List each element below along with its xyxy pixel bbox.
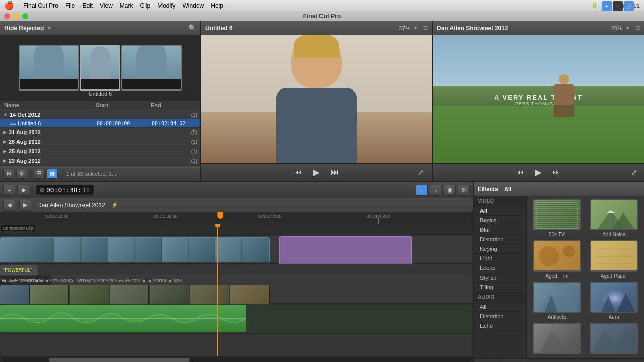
bottom-section: + ◆ 00:01:38:11 ⋮ ♪ ▣ ⚙ ◀ ▶ Dan Alle	[0, 182, 644, 362]
canvas-skip-end-button[interactable]: ⏭	[550, 166, 562, 178]
canvas-zoom[interactable]: 26%	[611, 25, 622, 31]
menu-modify[interactable]: Modify	[157, 2, 175, 9]
effect-more1[interactable]	[530, 323, 584, 355]
fx-more1-preview	[534, 324, 580, 353]
menu-final-cut-pro[interactable]: Final Cut Pro	[23, 2, 58, 9]
canvas-play-button[interactable]: ▶	[532, 166, 544, 178]
timeline-tracks[interactable]: Compound Clip	[0, 224, 473, 356]
audio-btn[interactable]: ♪	[430, 185, 442, 196]
timeline-scrollbar[interactable]	[0, 356, 473, 362]
timeline-add-btn[interactable]: +	[3, 185, 15, 196]
snapping-btn[interactable]: ⋮	[416, 185, 428, 196]
effects-basics[interactable]: Basics	[474, 216, 526, 225]
viewer-expand-button[interactable]: ⤢	[418, 168, 424, 176]
apple-menu[interactable]: 🍎	[4, 1, 14, 10]
canvas-zoom-dropdown-icon[interactable]: ▾	[626, 25, 629, 31]
search-icon[interactable]: 🔍	[188, 24, 196, 32]
effects-looks[interactable]: Looks	[474, 263, 526, 273]
canvas-fullscreen-icon[interactable]: ⊡	[635, 25, 640, 31]
hide-rejected-dropdown[interactable]: Hide Rejected	[4, 25, 44, 32]
col-start-header: Start	[96, 102, 151, 108]
full-clip-name-text: Husky%20%5BDirector%27s%20Cut%5D%20-%20%…	[2, 278, 186, 283]
viewer-canvas[interactable]	[201, 35, 432, 163]
skip-to-end-button[interactable]: ⏭	[329, 166, 341, 178]
filmstrip-view-btn[interactable]: ⊞	[3, 169, 14, 179]
svg-marker-8	[607, 210, 615, 213]
title-overlay[interactable]: "POWERFUL"	[0, 265, 38, 275]
scrollbar-track[interactable]	[2, 358, 471, 362]
effect-more2[interactable]	[587, 323, 641, 355]
effects-blur[interactable]: Blur	[474, 225, 526, 235]
effects-keying[interactable]: Keying	[474, 244, 526, 254]
effects-video-all[interactable]: All	[474, 206, 526, 216]
secondary-video-track[interactable]: Husky%20-%20%20...	[0, 276, 473, 304]
list-item-untitled6[interactable]: ▬ Untitled 6 00:00:00:00 00:02:04:02	[0, 119, 200, 127]
col-name-header: Name	[4, 102, 96, 108]
canvas-skip-start-button[interactable]: ⏮	[514, 166, 526, 178]
list-group-header-aug23[interactable]: ▶ 23 Aug 2012 (1)	[0, 156, 200, 165]
effects-all-tab[interactable]: All	[504, 186, 511, 192]
expand-icon: ▶	[3, 139, 7, 144]
viewer-zoom[interactable]: 37%	[399, 25, 410, 31]
thumbnail-label: Untitled 6	[0, 88, 200, 99]
effect-aged-film[interactable]: Aged Film	[530, 240, 584, 279]
effect-add-noise[interactable]: Add Noise	[587, 199, 641, 237]
list-group-header-aug25[interactable]: ▶ 25 Aug 2012 (1)	[0, 147, 200, 156]
audio-track[interactable]: ♪ new film - chris hansen	[0, 304, 473, 334]
timeline-playhead[interactable]	[217, 224, 218, 356]
canvas-expand-button[interactable]: ⤢	[628, 166, 640, 178]
menu-window[interactable]: Window	[183, 2, 204, 9]
connected-clip[interactable]	[279, 236, 412, 266]
effect-50s-tv[interactable]: 50s TV	[530, 199, 584, 237]
main-video-track[interactable]	[0, 236, 473, 264]
timeline-settings-btn[interactable]: ⚙	[458, 185, 470, 196]
play-button[interactable]: ▶	[310, 166, 323, 178]
list-group-header-aug31[interactable]: ▶ 31 Aug 2012 (5)	[0, 128, 200, 137]
menu-mark[interactable]: Mark	[120, 2, 133, 9]
effects-stylize[interactable]: Stylize	[474, 273, 526, 283]
thumbnail-1[interactable]	[19, 45, 79, 90]
effect-artifacts[interactable]: Artifacts	[530, 282, 584, 320]
timeline-forward-btn[interactable]: ▶	[19, 200, 31, 211]
effect-aged-film-img	[533, 240, 581, 272]
effect-aged-paper[interactable]: Aged Paper	[587, 240, 641, 279]
timeline-marker-btn[interactable]: ◆	[17, 185, 29, 196]
snap-controls: + ~ 🔗	[602, 1, 634, 11]
timeline-back-btn[interactable]: ◀	[3, 200, 15, 211]
thumbnail-2[interactable]	[80, 45, 120, 90]
skip-to-start-button[interactable]: ⏮	[292, 166, 304, 178]
timecode-display[interactable]: 00:01:38:11	[36, 185, 94, 195]
menu-view[interactable]: View	[100, 2, 113, 9]
snap-btn-wave[interactable]: ~	[613, 1, 623, 11]
maximize-button[interactable]	[22, 13, 28, 19]
menu-file[interactable]: File	[65, 2, 75, 9]
list-group-header-oct2012[interactable]: ▼ 14 Oct 2012 (1)	[0, 110, 200, 119]
thumbnail-3[interactable]	[121, 45, 182, 90]
effects-video-header: VIDEO	[474, 196, 526, 206]
close-button[interactable]	[4, 13, 10, 19]
effect-aura[interactable]: Aura	[587, 282, 641, 320]
settings-btn[interactable]: ⚙	[16, 169, 27, 179]
snap-btn-audio[interactable]: +	[602, 1, 612, 11]
grid-view-btn[interactable]: ▦	[47, 169, 58, 179]
viewer-person	[266, 35, 367, 163]
effects-distortion[interactable]: Distortion	[474, 235, 526, 244]
canvas-video[interactable]: A VERY REAL TALENT PERS THOMVSON	[433, 35, 644, 163]
list-view-btn[interactable]: ☰	[34, 169, 45, 179]
effects-audio-echo[interactable]: Echo	[474, 321, 526, 331]
viewer-fullscreen-icon[interactable]: ⊡	[423, 25, 428, 31]
effects-audio-all[interactable]: All	[474, 302, 526, 312]
effects-tiling[interactable]: Tiling	[474, 283, 526, 292]
effects-audio-distortion[interactable]: Distortion	[474, 312, 526, 321]
menu-help[interactable]: Help	[211, 2, 223, 9]
primary-clip[interactable]	[0, 237, 270, 262]
menu-clip[interactable]: Clip	[140, 2, 151, 9]
list-group-header-aug26[interactable]: ▶ 26 Aug 2012 (1)	[0, 137, 200, 146]
zoom-dropdown-icon[interactable]: ▾	[414, 25, 417, 31]
minimize-button[interactable]	[13, 13, 19, 19]
snap-btn-link[interactable]: 🔗	[624, 1, 634, 11]
menu-edit[interactable]: Edit	[82, 2, 93, 9]
video-btn[interactable]: ▣	[444, 185, 456, 196]
scrollbar-thumb[interactable]	[49, 358, 190, 362]
effects-light[interactable]: Light	[474, 254, 526, 263]
